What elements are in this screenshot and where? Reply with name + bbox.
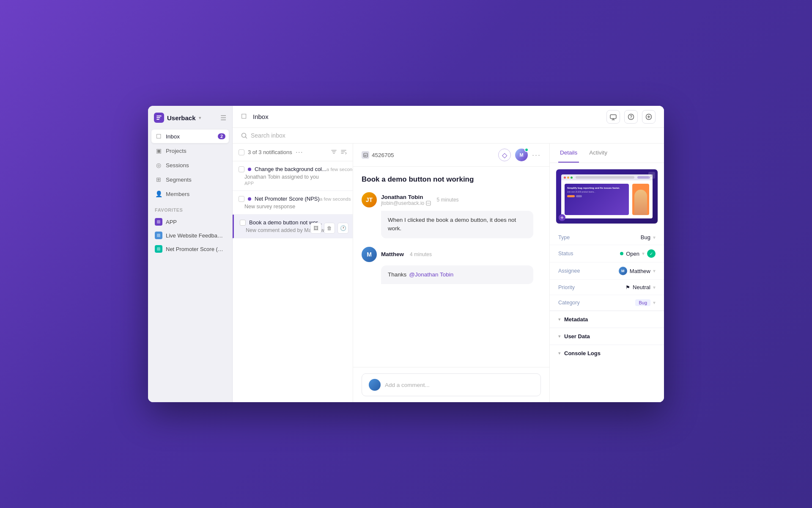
conv-messages: Book a demo button not working JT Jonath… [353, 167, 549, 367]
select-all-checkbox[interactable] [239, 149, 244, 155]
category-value: Bug ▾ [635, 299, 656, 306]
nav-label-members: Members [166, 191, 189, 197]
category-chevron-icon: ▾ [653, 300, 656, 306]
section-console-logs[interactable]: ▾ Console Logs [550, 345, 664, 362]
favorites-item-nps[interactable]: Net Promoter Score (NPS) [148, 242, 232, 256]
panels: 3 of 3 notifications ··· [233, 144, 664, 402]
screen-share-button[interactable] [606, 110, 620, 124]
nav-label-sessions: Sessions [166, 162, 189, 168]
msg-1-name: Jonathan Tobin [381, 194, 431, 200]
conv-header: 4526705 ◇ M ··· [353, 144, 549, 167]
assignee-label: Assignee [558, 268, 580, 274]
preview-dot-yellow [567, 177, 569, 179]
sidebar: Userback ▾ ☰ ☐ Inbox 2 ▣ Projects ◎ Sess… [148, 106, 233, 402]
notif-filter-actions [331, 149, 347, 156]
notif-1-sub: Jonathan Tobin assigned to you [239, 174, 347, 180]
sidebar-item-projects[interactable]: ▣ Projects [151, 144, 229, 157]
type-chevron-icon: ▾ [653, 235, 656, 240]
nav-item-left-projects: ▣ Projects [155, 147, 187, 155]
header-title: Inbox [253, 113, 269, 120]
comment-input[interactable]: Add a comment... [362, 373, 541, 396]
notif-1-checkbox[interactable] [239, 166, 244, 172]
expand-preview-button[interactable]: ⤢ [648, 172, 655, 179]
fav-label-live-website: Live Website Feedback ... [166, 232, 225, 239]
sidebar-header: Userback ▾ ☰ [148, 113, 232, 130]
type-value-text: Bug [641, 234, 650, 240]
sidebar-item-inbox[interactable]: ☐ Inbox 2 [151, 130, 229, 143]
main-content: ☐ Inbox ? [233, 106, 664, 402]
sidebar-logo[interactable]: Userback ▾ [154, 113, 201, 123]
msg-2-name: Matthew [381, 251, 404, 257]
favorites-item-live-website[interactable]: Live Website Feedback ... [148, 229, 232, 242]
conv-header-actions: ◇ M ··· [498, 149, 541, 161]
tab-activity[interactable]: Activity [587, 144, 609, 163]
msg-2-bubble: Thanks @Jonathan Tobin [381, 265, 533, 284]
notif-2-checkbox[interactable] [239, 196, 244, 202]
notif-3-image-btn[interactable]: 🖼 [310, 223, 321, 234]
diamond-button[interactable]: ◇ [498, 149, 511, 161]
fav-dot-app [155, 218, 162, 226]
notif-1-title: Change the background col... [255, 166, 326, 172]
preview-inner: Simplify bug reporting and fix issues fa… [556, 169, 658, 224]
svg-rect-2 [157, 247, 160, 251]
status-confirm-button[interactable]: ✓ [647, 249, 656, 258]
sort-icon[interactable] [340, 149, 347, 156]
field-priority[interactable]: Priority ⚑ Neutral ▾ [550, 280, 664, 295]
notif-item-1[interactable]: Change the background col... a few secon… [233, 161, 353, 191]
category-badge: Bug [635, 299, 650, 306]
tab-details[interactable]: Details [558, 144, 579, 163]
search-input-wrap[interactable]: Search inbox [241, 132, 656, 139]
conversation-panel: 4526705 ◇ M ··· Book a demo button not w… [353, 144, 550, 402]
notif-item-2[interactable]: Net Promoter Score (NPS) a few seconds N… [233, 191, 353, 215]
preview-zoom-btn[interactable] [559, 214, 565, 221]
conv-more-button[interactable]: ··· [532, 151, 541, 160]
field-category[interactable]: Category Bug ▾ [550, 295, 664, 311]
notif-1-tag: APP [239, 181, 347, 186]
add-button[interactable] [642, 110, 656, 124]
section-metadata[interactable]: ▾ Metadata [550, 311, 664, 328]
section-user-data[interactable]: ▾ User Data [550, 328, 664, 345]
field-type[interactable]: Type Bug ▾ [550, 230, 664, 245]
help-button[interactable]: ? [624, 110, 638, 124]
status-value: Open ▾ ✓ [620, 249, 656, 258]
search-placeholder: Search inbox [251, 132, 285, 139]
nav-icon-projects: ▣ [155, 147, 162, 155]
notif-2-time: a few seconds [320, 196, 351, 202]
notif-3-checkbox[interactable] [240, 220, 246, 226]
filter-icon[interactable] [331, 149, 337, 156]
search-icon [241, 133, 247, 139]
sidebar-item-segments[interactable]: ⊞ Segments [151, 173, 229, 186]
favorites-item-app[interactable]: APP [148, 215, 232, 229]
nav-icon-sessions: ◎ [155, 161, 162, 169]
fav-label-nps: Net Promoter Score (NPS) [166, 246, 225, 252]
hamburger-icon[interactable]: ☰ [220, 114, 226, 122]
screenshot-preview: Simplify bug reporting and fix issues fa… [556, 169, 658, 224]
consolelogs-chevron-icon: ▾ [558, 351, 561, 356]
svg-rect-0 [157, 220, 160, 224]
metadata-chevron-icon: ▾ [558, 317, 561, 322]
notif-item-3[interactable]: Book a demo button not wor... New commen… [233, 215, 353, 238]
message-2: M Matthew 4 minutes Thanks @Jonathan Tob… [362, 247, 541, 284]
priority-value-text: Neutral [633, 284, 650, 290]
userdata-label: User Data [564, 333, 590, 340]
nav-icon-segments: ⊞ [155, 176, 162, 183]
mention-link[interactable]: @Jonathan Tobin [409, 271, 453, 279]
preview-body: Simplify bug reporting and fix issues fa… [561, 180, 653, 218]
notif-3-clock-btn[interactable]: 🕐 [337, 223, 348, 234]
field-assignee[interactable]: Assignee M Matthew ▾ [550, 262, 664, 280]
notif-3-delete-btn[interactable]: 🗑 [324, 223, 335, 234]
msg-2-info: Matthew [381, 251, 404, 257]
status-value-text: Open [626, 251, 639, 257]
svg-rect-1 [157, 234, 160, 237]
composer-placeholder: Add a comment... [385, 382, 430, 388]
fav-dot-nps [155, 245, 162, 253]
notif-more-button[interactable]: ··· [296, 148, 303, 157]
sidebar-item-sessions[interactable]: ◎ Sessions [151, 158, 229, 172]
conv-id-icon [362, 151, 369, 159]
nav-item-left-segments: ⊞ Segments [155, 176, 192, 183]
conv-composer: Add a comment... [353, 367, 549, 402]
user-avatar-badge[interactable]: M [515, 149, 528, 161]
notif-1-dot [248, 168, 251, 171]
field-status[interactable]: Status Open ▾ ✓ [550, 245, 664, 262]
sidebar-item-members[interactable]: 👤 Members [151, 187, 229, 201]
